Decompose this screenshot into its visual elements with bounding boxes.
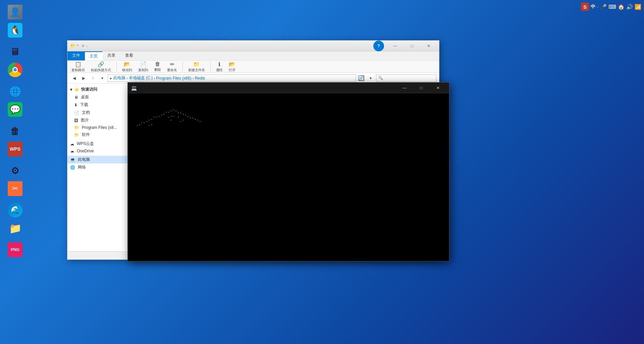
address-path-display[interactable]: ▸ 此电脑 › 本地磁盘 (C:) › Program Files (x86) … <box>108 75 356 82</box>
desktop-icon-weixin[interactable]: 💬 <box>2 101 29 118</box>
copy-to-btn[interactable]: 📄 复制到 <box>136 60 150 73</box>
network-icon: 🌐 <box>8 84 22 99</box>
refresh-btn[interactable]: 🔄 <box>357 74 365 82</box>
file-explorer-titlebar: 📁 ▾ ⊘ ↑ ? — □ ✕ <box>67 41 439 51</box>
documents-sidebar-icon: 📄 <box>74 110 79 115</box>
control-icon: ⚙ <box>8 163 22 178</box>
toolbar: 📋 复制路径 🔗 粘贴快捷方式 📂 移动到 📄 复制到 🗑 删除 ✏ <box>67 61 439 73</box>
tray-home-icon[interactable]: 🏠 <box>618 4 625 10</box>
desktop-icon-wps[interactable]: WPS <box>2 140 29 158</box>
tray-keyboard-icon[interactable]: ⌨ <box>608 4 616 10</box>
software-folder-icon: 📁 <box>8 221 22 236</box>
desktop-icon-software[interactable]: 📁 <box>2 219 29 237</box>
tray-volume-icon[interactable]: 🔊 <box>626 4 633 10</box>
cmd-controls: — □ ✕ <box>397 83 446 93</box>
tab-view[interactable]: 查看 <box>120 51 138 60</box>
cmd-minimize-btn[interactable]: — <box>397 83 412 93</box>
sidebar-item-wps-cloud[interactable]: ☁WPS云盘 <box>67 140 129 148</box>
desktop-icon-png[interactable]: PNG <box>2 241 29 258</box>
screenshot-icon: ✂ <box>8 181 22 196</box>
path-sep3: › <box>193 76 194 81</box>
desktop-icon-qq[interactable]: 🐧 <box>2 21 29 39</box>
sidebar: ▾⭐快速访问 🖥桌面 ⬇下载 📄文档 🖼图片 📁Pr <box>67 84 129 251</box>
delete-btn[interactable]: 🗑 删除 <box>152 60 163 73</box>
quick-access-icon: 📁 ▾ <box>70 43 79 49</box>
maximize-button[interactable]: □ <box>404 41 420 51</box>
desktop-icon-recycle[interactable]: 🗑 <box>2 122 29 140</box>
window-controls: ? — □ ✕ <box>373 41 436 51</box>
qq-icon: 🐧 <box>8 23 22 38</box>
nav-forward-btn[interactable]: ▶ <box>79 74 88 82</box>
sidebar-item-program-files[interactable]: 📁Program Files (x8... <box>67 124 129 131</box>
cmd-titlebar-left: 💻 <box>131 85 140 91</box>
close-button[interactable]: ✕ <box>421 41 436 51</box>
titlebar-icons-row: ⊘ ↑ <box>82 44 88 48</box>
path-redis[interactable]: Redis <box>195 76 205 81</box>
desktop-icon-network[interactable]: 🌐 <box>2 83 29 100</box>
onedrive-icon: ☁ <box>70 149 74 153</box>
tray-mic-icon[interactable]: 🎤 <box>600 4 607 10</box>
chrome-icon <box>8 62 22 77</box>
cmd-line-blank <box>131 96 442 103</box>
properties-btn[interactable]: ℹ 属性 <box>214 60 225 73</box>
sidebar-item-software[interactable]: 📁软件 <box>67 131 129 139</box>
sidebar-item-desktop[interactable]: 🖥桌面 <box>67 93 129 101</box>
cmd-body: _._ _.-``__ ''-._ _.-`` `. `_. ''-._ .-`… <box>128 93 449 261</box>
sidebar-item-this-pc[interactable]: 💻此电脑 <box>67 156 129 163</box>
system-tray: S 中 · 🎤 ⌨ 🏠 🔊 📶 <box>581 3 641 11</box>
path-drive[interactable]: 本地磁盘 (C:) <box>129 75 153 81</box>
tab-home[interactable]: 主页 <box>85 51 103 60</box>
paste-shortcut-btn[interactable]: 🔗 粘贴快捷方式 <box>89 60 113 73</box>
help-button[interactable]: ? <box>373 41 384 51</box>
new-folder-btn[interactable]: 📁 新建文件夹 <box>186 60 207 73</box>
copy-path-btn[interactable]: 📋 复制路径 <box>69 60 87 73</box>
nav-up-btn[interactable]: ↑ <box>89 74 97 82</box>
nav-recent-btn[interactable]: ▾ <box>98 74 106 82</box>
sidebar-item-documents[interactable]: 📄文档 <box>67 109 129 116</box>
wps-cloud-icon: ☁ <box>70 142 74 146</box>
desktop: 👤 🐧 🖥 🌐 💬 <box>0 0 644 344</box>
search-box[interactable]: 🔍 <box>376 75 436 82</box>
desktop-icon-computer[interactable]: 🖥 <box>2 43 29 60</box>
sidebar-item-pictures[interactable]: 🖼图片 <box>67 116 129 124</box>
rename-btn[interactable]: ✏ 重命名 <box>165 60 179 73</box>
administrator-icon: 👤 <box>8 5 22 19</box>
path-arrow: ▸ <box>110 76 112 81</box>
desktop-icon-control[interactable]: ⚙ <box>2 162 29 179</box>
cmd-close-btn[interactable]: ✕ <box>430 83 446 93</box>
desktop-sidebar-icon: 🖥 <box>74 95 78 100</box>
desktop-icon-administrator[interactable]: 👤 <box>2 3 29 21</box>
png-icon: PNG <box>8 242 22 257</box>
sidebar-quick-access-header[interactable]: ▾⭐快速访问 <box>67 86 129 93</box>
software-sidebar-icon: 📁 <box>74 133 79 137</box>
path-computer[interactable]: 此电脑 <box>113 75 125 81</box>
redis-art-section: _._ _.-``__ ''-._ _.-`` `. `_. ''-._ .-`… <box>131 106 442 127</box>
tab-share[interactable]: 共享 <box>103 51 120 60</box>
downloads-sidebar-icon: ⬇ <box>74 103 77 107</box>
sidebar-cloud-section: ☁WPS云盘 ☁OneDrive <box>67 140 129 154</box>
open-btn[interactable]: 📂 打开 <box>227 60 237 73</box>
desktop-icon-chrome[interactable] <box>2 61 29 79</box>
sidebar-item-downloads[interactable]: ⬇下载 <box>67 101 129 109</box>
desktop-icon-screenshot[interactable]: ✂ <box>2 180 29 197</box>
tray-input-method[interactable]: 中 <box>591 4 595 10</box>
cmd-maximize-btn[interactable]: □ <box>414 83 429 93</box>
sidebar-item-onedrive[interactable]: ☁OneDrive <box>67 148 129 154</box>
nav-back-btn[interactable]: ◀ <box>70 74 78 82</box>
sidebar-item-network[interactable]: 🌐网络 <box>67 163 129 171</box>
desktop-icon-edge[interactable]: 🌊 <box>2 201 29 219</box>
minimize-button[interactable]: — <box>387 41 403 51</box>
tray-network-status-icon[interactable]: 📶 <box>635 4 641 10</box>
dropdown-btn[interactable]: ▾ <box>367 74 375 82</box>
path-sep2: › <box>154 76 155 81</box>
path-program-files[interactable]: Program Files (x86) <box>156 76 191 81</box>
redis-ascii-art: _._ _.-``__ ''-._ _.-`` `. `_. ''-._ .-`… <box>131 106 202 127</box>
titlebar-left: 📁 ▾ ⊘ ↑ <box>70 43 93 49</box>
recycle-icon: 🗑 <box>8 124 22 138</box>
sidebar-quick-access: ▾⭐快速访问 🖥桌面 ⬇下载 📄文档 🖼图片 📁Pr <box>67 86 129 139</box>
desktop-icons-col1: 👤 🐧 🖥 🌐 💬 <box>2 3 29 258</box>
tab-file[interactable]: 文件 <box>67 51 85 60</box>
tray-s-icon[interactable]: S <box>581 3 589 11</box>
cmd-titlebar: 💻 — □ ✕ <box>128 83 449 93</box>
move-to-btn[interactable]: 📂 移动到 <box>120 60 134 73</box>
